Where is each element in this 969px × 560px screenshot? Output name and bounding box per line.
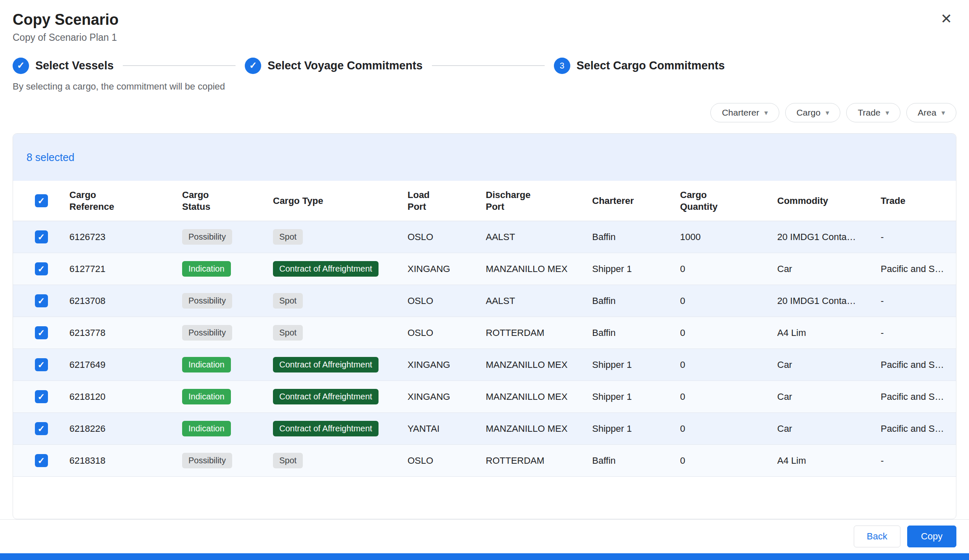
charterer-cell: Shipper 1 <box>592 359 680 370</box>
table-body: ✓ 6126723 Possibility Spot OSLO AALST Ba… <box>13 221 956 477</box>
discharge-port-cell: MANZANILLO MEX <box>486 391 592 402</box>
row-checkbox[interactable]: ✓ <box>35 358 48 371</box>
cargo-type-badge: Contract of Affreightment <box>273 261 379 277</box>
chevron-down-icon: ▾ <box>764 109 768 116</box>
table-row[interactable]: ✓ 6218226 Indication Contract of Affreig… <box>13 413 956 445</box>
cargo-quantity-cell: 0 <box>680 423 777 434</box>
bottom-accent-bar <box>0 553 969 560</box>
cargo-status-badge: Indication <box>182 389 231 404</box>
col-trade: Trade <box>881 195 956 207</box>
cargo-type-badge: Spot <box>273 325 303 341</box>
table-row[interactable]: ✓ 6218120 Indication Contract of Affreig… <box>13 381 956 413</box>
row-checkbox[interactable]: ✓ <box>35 422 48 435</box>
cargo-reference-cell: 6126723 <box>69 232 182 243</box>
dialog-header: Copy Scenario Copy of Scenario Plan 1 <box>0 0 969 43</box>
select-all-checkbox[interactable]: ✓ <box>35 194 48 207</box>
step-3-number: 3 <box>554 58 570 74</box>
table-row[interactable]: ✓ 6126723 Possibility Spot OSLO AALST Ba… <box>13 221 956 253</box>
table-row[interactable]: ✓ 6213708 Possibility Spot OSLO AALST Ba… <box>13 285 956 317</box>
cargo-status-badge: Possibility <box>182 293 232 309</box>
cargo-status-badge: Indication <box>182 261 231 277</box>
filter-charterer-label: Charterer <box>722 108 759 118</box>
charterer-cell: Baffin <box>592 232 680 243</box>
filter-area-label: Area <box>918 108 936 118</box>
commodity-cell: 20 IMDG1 Conta… <box>777 232 881 243</box>
cargo-quantity-cell: 0 <box>680 391 777 402</box>
col-charterer: Charterer <box>592 195 680 207</box>
discharge-port-cell: ROTTERDAM <box>486 328 592 338</box>
trade-cell: - <box>881 232 956 243</box>
dialog-subtitle: Copy of Scenario Plan 1 <box>13 32 956 43</box>
cargo-status-badge: Indication <box>182 357 231 372</box>
cargo-status-badge: Possibility <box>182 325 232 341</box>
step-select-cargo-commitments[interactable]: 3 Select Cargo Commitments <box>554 58 725 74</box>
discharge-port-cell: MANZANILLO MEX <box>486 423 592 434</box>
cargo-reference-cell: 6213778 <box>69 328 182 338</box>
discharge-port-cell: MANZANILLO MEX <box>486 264 592 275</box>
filter-charterer[interactable]: Charterer ▾ <box>710 103 779 122</box>
col-cargo-type: Cargo Type <box>273 195 408 207</box>
filter-trade-label: Trade <box>858 108 880 118</box>
step-2-check-icon: ✓ <box>245 58 261 74</box>
col-discharge-port: Discharge Port <box>486 189 592 212</box>
table-row[interactable]: ✓ 6218318 Possibility Spot OSLO ROTTERDA… <box>13 445 956 477</box>
load-port-cell: OSLO <box>408 296 486 306</box>
filter-cargo[interactable]: Cargo ▾ <box>785 103 841 122</box>
row-checkbox[interactable]: ✓ <box>35 230 48 243</box>
load-port-cell: XINGANG <box>408 391 486 402</box>
cargo-quantity-cell: 0 <box>680 264 777 275</box>
commodity-cell: Car <box>777 423 881 434</box>
charterer-cell: Baffin <box>592 455 680 466</box>
table-row[interactable]: ✓ 6127721 Indication Contract of Affreig… <box>13 253 956 285</box>
trade-cell: Pacific and So… <box>881 423 956 434</box>
trade-cell: Pacific and So… <box>881 264 956 275</box>
close-icon[interactable]: ✕ <box>937 9 956 28</box>
cargo-commitments-panel: 8 selected ✓ Cargo Reference Cargo Statu… <box>13 133 956 519</box>
commodity-cell: Car <box>777 391 881 402</box>
trade-cell: Pacific and So… <box>881 359 956 370</box>
filter-trade[interactable]: Trade ▾ <box>846 103 900 122</box>
load-port-cell: OSLO <box>408 232 486 243</box>
cargo-quantity-cell: 1000 <box>680 232 777 243</box>
cargo-reference-cell: 6218318 <box>69 455 182 466</box>
commodity-cell: A4 Lim <box>777 328 881 338</box>
load-port-cell: XINGANG <box>408 264 486 275</box>
row-checkbox[interactable]: ✓ <box>35 294 48 307</box>
filter-cargo-label: Cargo <box>797 108 821 118</box>
cargo-quantity-cell: 0 <box>680 296 777 306</box>
trade-cell: - <box>881 296 956 306</box>
load-port-cell: OSLO <box>408 455 486 466</box>
copy-button[interactable]: Copy <box>907 526 956 547</box>
cargo-reference-cell: 6218226 <box>69 423 182 434</box>
filter-area[interactable]: Area ▾ <box>906 103 956 122</box>
row-checkbox[interactable]: ✓ <box>35 262 48 275</box>
discharge-port-cell: MANZANILLO MEX <box>486 359 592 370</box>
step-3-label: Select Cargo Commitments <box>577 59 725 72</box>
table-row[interactable]: ✓ 6217649 Indication Contract of Affreig… <box>13 349 956 381</box>
step-select-vessels[interactable]: ✓ Select Vessels <box>13 58 114 74</box>
selection-summary-bar: 8 selected <box>13 134 956 181</box>
cargo-status-badge: Possibility <box>182 453 232 468</box>
step-1-check-icon: ✓ <box>13 58 29 74</box>
col-commodity: Commodity <box>777 195 881 207</box>
stepper: ✓ Select Vessels ✓ Select Voyage Commitm… <box>13 56 956 75</box>
dialog-footer: Back Copy <box>0 519 969 553</box>
commodity-cell: Car <box>777 264 881 275</box>
cargo-type-badge: Spot <box>273 229 303 245</box>
row-checkbox[interactable]: ✓ <box>35 326 48 339</box>
commodity-cell: 20 IMDG1 Conta… <box>777 296 881 306</box>
row-checkbox[interactable]: ✓ <box>35 390 48 403</box>
table-row[interactable]: ✓ 6213778 Possibility Spot OSLO ROTTERDA… <box>13 317 956 349</box>
charterer-cell: Shipper 1 <box>592 423 680 434</box>
load-port-cell: OSLO <box>408 328 486 338</box>
chevron-down-icon: ▾ <box>941 109 945 116</box>
step-select-voyage-commitments[interactable]: ✓ Select Voyage Commitments <box>245 58 423 74</box>
discharge-port-cell: AALST <box>486 296 592 306</box>
dialog-title: Copy Scenario <box>13 11 956 28</box>
row-checkbox[interactable]: ✓ <box>35 454 48 467</box>
chevron-down-icon: ▾ <box>886 109 890 116</box>
back-button[interactable]: Back <box>854 526 900 547</box>
col-cargo-quantity: Cargo Quantity <box>680 189 777 212</box>
col-load-port: Load Port <box>408 189 486 212</box>
cargo-reference-cell: 6127721 <box>69 264 182 275</box>
